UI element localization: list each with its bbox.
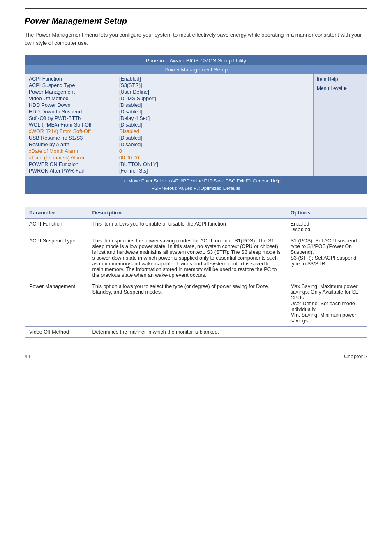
bios-row: PWRON After PWR-Fail[Former-Sts] <box>29 168 310 174</box>
bios-row-value: [BUTTON ONLY] <box>119 161 158 167</box>
chapter-label: Chapter 2 <box>344 353 367 359</box>
bios-row: USB Resume fro S1/S3[Disabled] <box>29 135 310 141</box>
bios-row: HDD Power Down[Disabled] <box>29 102 310 108</box>
intro-text: The Power Management menu lets you confi… <box>25 31 367 47</box>
menu-level-arrow-icon <box>344 86 347 90</box>
bios-row: Soft-Off by PWR-BTTN[Delay 4 Sec] <box>29 115 310 122</box>
bios-sub-header: Power Management Setup <box>25 65 367 74</box>
bios-row: WOL (PME#) From Soft-Off[Disabled] <box>29 122 310 128</box>
bios-row-label: HDD Power Down <box>29 102 119 108</box>
bios-row-label: Video Off Method <box>29 96 119 101</box>
bios-row-value: Disabled <box>119 129 139 134</box>
bios-row: Video Off Method[DPMS Support] <box>29 95 310 102</box>
bios-help-panel: Item Help Menu Level <box>313 74 367 176</box>
bios-row-label: xDate of Month Alarm <box>29 148 119 154</box>
bios-row: POWER ON Function[BUTTON ONLY] <box>29 161 310 168</box>
table-cell-desc: Determines the manner in which the monit… <box>88 326 286 337</box>
bios-row-label: Power Management <box>29 89 119 95</box>
bios-row-value: 0 <box>119 148 122 154</box>
bios-footer: ↑↓←→ :Move Enter:Select +/-/PU/PD:Value … <box>25 176 367 193</box>
table-row: ACPI FunctionThis item allows you to ena… <box>25 218 367 235</box>
bios-row: xWOR (R1#) From Soft-OffDisabled <box>29 128 310 135</box>
bios-row-label: ACPI Function <box>29 76 119 82</box>
table-cell-desc: This item specifies the power saving mod… <box>88 235 286 281</box>
page-title: Power Management Setup <box>25 16 367 26</box>
col-header-description: Description <box>88 207 286 218</box>
bios-row-value: [Disabled] <box>119 142 142 147</box>
bios-row: xDate of Month Alarm0 <box>29 148 310 154</box>
table-cell-param: Power Management <box>25 281 88 326</box>
bios-row-label: Resume by Alarm <box>29 142 119 147</box>
bios-row-label: USB Resume fro S1/S3 <box>29 135 119 141</box>
table-cell-param: ACPI Suspend Type <box>25 235 88 281</box>
bios-row: HDD Down In Suspend[Disabled] <box>29 108 310 115</box>
menu-level-label: Menu Level <box>317 85 363 91</box>
bios-row-label: ACPI Suspend Type <box>29 83 119 88</box>
top-rule <box>25 8 367 9</box>
table-cell-desc: This option allows you to select the typ… <box>88 281 286 326</box>
param-table: Parameter Description Options ACPI Funct… <box>25 207 367 338</box>
table-row: Power ManagementThis option allows you t… <box>25 281 367 326</box>
bios-content: ACPI Function[Enabled]ACPI Suspend Type[… <box>25 74 367 176</box>
table-cell-param: ACPI Function <box>25 218 88 235</box>
bios-row-value: [Delay 4 Sec] <box>119 115 150 121</box>
bios-header: Phoenix - Award BIOS CMOS Setup Utility <box>25 56 367 65</box>
table-cell-opts: EnabledDisabled <box>286 218 367 235</box>
bios-row-value: [Disabled] <box>119 109 142 115</box>
bios-row-value: [User Define] <box>119 89 149 95</box>
bios-row-value: [Disabled] <box>119 135 142 141</box>
table-cell-opts: S1 (POS): Set ACPI suspend type to S1/PO… <box>286 235 367 281</box>
bios-row-label: PWRON After PWR-Fail <box>29 168 119 174</box>
page-footer: 41 Chapter 2 <box>25 350 367 359</box>
bios-footer-line1: ↑↓←→ :Move Enter:Select +/-/PU/PD:Value … <box>27 177 365 184</box>
bios-row: Resume by Alarm[Disabled] <box>29 141 310 148</box>
bios-footer-line2: F5:Previous Values F7:Optimized Defaults <box>27 184 365 192</box>
bios-row-label: xTime (hh:mm:ss) Alarm <box>29 155 119 161</box>
bios-row-label: xWOR (R1#) From Soft-Off <box>29 129 119 134</box>
table-row: Video Off MethodDetermines the manner in… <box>25 326 367 337</box>
bios-row-value: [Disabled] <box>119 122 142 128</box>
bios-row-label: HDD Down In Suspend <box>29 109 119 115</box>
table-row: ACPI Suspend TypeThis item specifies the… <box>25 235 367 281</box>
page-number: 41 <box>25 353 30 359</box>
bios-row-value: 00:00:00 <box>119 155 139 161</box>
bios-box: Phoenix - Award BIOS CMOS Setup Utility … <box>25 55 367 194</box>
bios-row-label: Soft-Off by PWR-BTTN <box>29 115 119 121</box>
bios-row: Power Management[User Define] <box>29 89 310 95</box>
table-cell-opts: Max Saving: Maximum power savings. Only … <box>286 281 367 326</box>
col-header-parameter: Parameter <box>25 207 88 218</box>
table-cell-desc: This item allows you to enable or disabl… <box>88 218 286 235</box>
table-cell-param: Video Off Method <box>25 326 88 337</box>
table-cell-opts <box>286 326 367 337</box>
bios-row-value: [Former-Sts] <box>119 168 148 174</box>
bios-rows-container: ACPI Function[Enabled]ACPI Suspend Type[… <box>25 74 313 176</box>
bios-row-value: [Disabled] <box>119 102 142 108</box>
bios-row: xTime (hh:mm:ss) Alarm00:00:00 <box>29 154 310 161</box>
bios-row-label: POWER ON Function <box>29 161 119 167</box>
bios-row: ACPI Suspend Type[S3(STR)] <box>29 82 310 89</box>
bios-row-value: [Enabled] <box>119 76 141 82</box>
bios-row-value: [S3(STR)] <box>119 83 142 88</box>
bios-row: ACPI Function[Enabled] <box>29 76 310 82</box>
item-help-label: Item Help <box>317 76 363 82</box>
bios-row-value: [DPMS Support] <box>119 96 156 101</box>
col-header-options: Options <box>286 207 367 218</box>
bios-row-label: WOL (PME#) From Soft-Off <box>29 122 119 128</box>
